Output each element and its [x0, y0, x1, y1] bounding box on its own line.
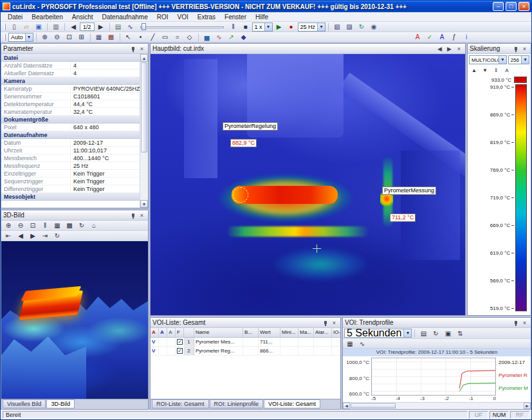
print-icon[interactable]: ▥	[50, 23, 62, 32]
pin-icon[interactable]	[128, 212, 136, 219]
record-icon[interactable]: ●	[286, 23, 297, 32]
column-header[interactable]	[184, 328, 194, 337]
close-icon[interactable]: ×	[138, 45, 146, 53]
dropdown-arrow-icon[interactable]: ▾	[264, 23, 272, 31]
scale-auto-icon[interactable]: A	[502, 66, 512, 75]
menu-item[interactable]: VOI	[172, 14, 192, 21]
roi-label-messung[interactable]: PyrometerMessung	[382, 187, 436, 195]
parameter-row[interactable]: Kameratyp PYROVIEW 640NC/25HZ/17.X13	[1, 85, 140, 93]
export-icon[interactable]: ⇅	[454, 329, 466, 338]
scroll-left-icon[interactable]: ◀	[343, 403, 350, 409]
histogram-icon[interactable]: ▅	[201, 33, 213, 42]
next-dataset-button[interactable]: ▶	[95, 23, 107, 32]
column-header[interactable]: A	[167, 328, 176, 337]
parameter-row[interactable]: Pixel 640 x 480	[1, 123, 140, 131]
alarm-ack-icon[interactable]: ✓	[424, 33, 436, 42]
parameter-row[interactable]: Datum 2009-12-17	[1, 139, 140, 147]
scroll-down-icon[interactable]: ▼	[140, 200, 148, 208]
menu-item[interactable]: Bearbeiten	[27, 14, 67, 21]
zoom-in-icon[interactable]: ⊕	[39, 33, 51, 42]
pin-icon[interactable]	[320, 319, 329, 327]
close-icon[interactable]: ×	[455, 45, 463, 53]
minimize-button[interactable]: –	[493, 2, 504, 11]
menu-item[interactable]: Datei	[3, 14, 27, 21]
profile-icon[interactable]: ∿	[214, 33, 225, 42]
pause-icon[interactable]: ‖	[228, 23, 239, 32]
roi-circle[interactable]	[233, 187, 248, 203]
column-header[interactable]: Wert	[259, 328, 280, 337]
refresh-icon[interactable]: ↻	[430, 329, 441, 338]
3d-view-icon[interactable]: ◆	[238, 33, 250, 42]
slider-thumb[interactable]	[142, 23, 146, 30]
zoom-window-icon[interactable]: ⊞	[76, 33, 87, 42]
save-icon[interactable]: ▣	[33, 23, 44, 32]
trend-scrollbar[interactable]: ◀ ▶	[343, 402, 531, 409]
speed-select[interactable]: 1 x ▾	[252, 23, 273, 32]
menu-item[interactable]: Hilfe	[251, 14, 273, 21]
menu-item[interactable]: ROI	[152, 14, 173, 21]
select-icon[interactable]: ↖	[123, 33, 134, 42]
3d-view[interactable]	[1, 241, 148, 399]
column-header[interactable]: Name	[194, 328, 243, 337]
dropdown-arrow-icon[interactable]: ▾	[317, 23, 325, 31]
close-icon[interactable]: ×	[138, 212, 146, 219]
maximize-button[interactable]: □	[506, 2, 517, 11]
camera-icon[interactable]: ▧	[331, 23, 343, 32]
column-header[interactable]: Mini...	[280, 328, 298, 337]
grid-icon[interactable]: ▦	[344, 339, 356, 348]
parameter-row[interactable]: Detektortemperatur 44,4 °C	[1, 100, 140, 108]
roi-label-regelung[interactable]: PyrometerRegelung	[223, 122, 278, 131]
formula-icon[interactable]: ƒ	[448, 33, 460, 42]
pin-icon[interactable]	[511, 319, 519, 327]
parameter-row[interactable]: Datei	[1, 54, 140, 62]
dropdown-arrow-icon[interactable]: ▾	[403, 329, 411, 337]
point-roi-icon[interactable]: •	[135, 33, 147, 42]
parameter-row[interactable]: Kameratemperatur 32,4 °C	[1, 108, 140, 116]
playback-position-slider[interactable]	[140, 23, 224, 31]
home-view-icon[interactable]: ⌂	[88, 221, 100, 230]
label-icon[interactable]: A	[436, 33, 448, 42]
zoom-reset-icon[interactable]: ⊡	[27, 221, 39, 230]
rotate-icon[interactable]: ↻	[76, 221, 87, 230]
dropdown-arrow-icon[interactable]: ▾	[499, 56, 506, 64]
tab-scroll-right-icon[interactable]: ▶	[445, 45, 454, 53]
table-row[interactable]: V ✓ 1 Pyrometer Mes... 711...	[151, 338, 340, 347]
close-icon[interactable]: ×	[330, 319, 338, 327]
scale-expand-icon[interactable]: ⇕	[491, 66, 501, 75]
palette-icon[interactable]: ▩	[64, 221, 75, 230]
grid-icon[interactable]: ▦	[93, 33, 105, 42]
toolbar-grip[interactable]	[4, 34, 6, 41]
parameter-row[interactable]: Differenztrigger Kein Trigger	[1, 185, 140, 193]
profile-icon[interactable]: ∿	[356, 339, 368, 348]
menu-item[interactable]: Fenster	[220, 14, 251, 21]
parameter-row[interactable]: Anzahl Datensätze 4	[1, 62, 140, 69]
step-back-icon[interactable]: ◀	[15, 232, 26, 241]
parameter-row[interactable]: Kamera	[1, 77, 140, 85]
pin-icon[interactable]	[128, 45, 136, 53]
pin-icon[interactable]	[511, 45, 519, 53]
parameter-scrollbar[interactable]: ▲ ▼	[140, 54, 148, 208]
polygon-roi-icon[interactable]: ◇	[184, 33, 196, 42]
copy-icon[interactable]: ▣	[442, 329, 454, 338]
play-icon[interactable]: ▶	[273, 23, 285, 32]
scroll-right-icon[interactable]: ▶	[524, 403, 531, 409]
frequency-select[interactable]: 25 Hz ▾	[298, 23, 326, 32]
palette-icon[interactable]: ▩	[105, 33, 117, 42]
parameter-grid[interactable]: Datei Anzahl Datensätze 4 Aktueller Date…	[1, 54, 140, 208]
scroll-up-icon[interactable]: ▲	[140, 54, 148, 62]
zoom-mode-select[interactable]: Auto ▾	[8, 33, 33, 42]
tab-scroll-left-icon[interactable]: ◀	[436, 45, 444, 53]
table-row[interactable]: V ✓ 2 Pyrometer Reg... 866...	[151, 347, 340, 356]
dropdown-arrow-icon[interactable]: ▾	[521, 56, 529, 64]
scrollbar-thumb[interactable]	[351, 403, 396, 408]
video-icon[interactable]: ▨	[344, 23, 355, 32]
new-document-icon[interactable]: ▯	[8, 23, 20, 32]
zoom-fit-icon[interactable]: ⊡	[64, 33, 75, 42]
line-roi-icon[interactable]: ╱	[147, 33, 159, 42]
rect-roi-icon[interactable]: ▭	[160, 33, 171, 42]
trend-icon[interactable]: ↗	[226, 33, 237, 42]
column-header[interactable]: B...	[243, 328, 259, 337]
checkbox-checked-icon[interactable]: ✓	[177, 348, 183, 354]
zoom-in-icon[interactable]: ⊕	[3, 221, 14, 230]
menu-item[interactable]: Ansicht	[68, 14, 98, 21]
